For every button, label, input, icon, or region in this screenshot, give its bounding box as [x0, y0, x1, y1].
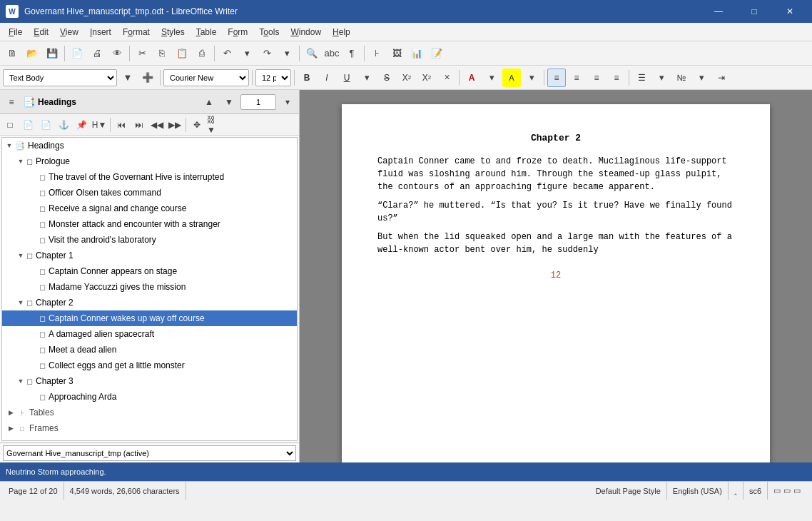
font-selector[interactable]: Courier New Arial Times New Roman — [163, 69, 249, 86]
bold-button[interactable]: B — [298, 69, 316, 87]
nav-counter-input[interactable] — [240, 94, 276, 110]
menu-edit[interactable]: Edit — [28, 26, 54, 39]
align-justify-button[interactable]: ≡ — [607, 69, 626, 87]
menu-form[interactable]: Form — [222, 26, 253, 39]
maximize-button[interactable]: □ — [738, 0, 771, 23]
doc-select-dropdown[interactable]: Governant Hive_manuscript_tmp (active) — [3, 445, 296, 461]
style-list-button[interactable]: ▼ — [118, 69, 137, 87]
cut-button[interactable]: ✂ — [133, 44, 151, 63]
tree-item-2[interactable]: ◻ Officer Olsen takes command — [2, 185, 297, 201]
undo-drop-button[interactable]: ▾ — [238, 44, 256, 63]
cat-frames[interactable]: ▶ □ Frames — [2, 420, 297, 436]
underline-button[interactable]: U — [338, 69, 356, 87]
formatting-marks-button[interactable]: ¶ — [342, 44, 361, 63]
clear-formatting-button[interactable]: ⨯ — [437, 69, 456, 87]
menu-window[interactable]: Window — [285, 26, 327, 39]
align-center-button[interactable]: ≡ — [567, 69, 586, 87]
ch1-expander[interactable]: ▼ — [15, 250, 26, 261]
tree-item-4[interactable]: ◻ Monster attack and encounter with a st… — [2, 216, 297, 232]
redo-drop-button[interactable]: ▾ — [278, 44, 296, 63]
menu-styles[interactable]: Styles — [156, 26, 191, 39]
tree-headings-root[interactable]: ▼ 📑 Headings — [2, 138, 297, 153]
print-preview-button[interactable]: 👁 — [108, 44, 126, 63]
subscript-button[interactable]: X2 — [417, 69, 436, 87]
bullets-button[interactable]: ☰ — [632, 69, 651, 87]
minimize-button[interactable]: — — [702, 0, 735, 23]
nav-next-button[interactable]: ⏭ — [131, 116, 148, 133]
frames-expander[interactable]: ▶ — [5, 423, 16, 434]
indent-more-button[interactable]: ⇥ — [712, 69, 731, 87]
print-button[interactable]: 🖨 — [88, 44, 106, 63]
paste-button[interactable]: 📋 — [173, 44, 191, 63]
fontsize-selector[interactable]: 12 pt 10 pt 14 pt — [255, 69, 291, 86]
export-pdf-button[interactable]: 📄 — [68, 44, 86, 63]
clone-button[interactable]: ⎙ — [193, 44, 211, 63]
tables-expander[interactable]: ▶ — [5, 407, 16, 418]
tree-item-10[interactable]: ◻ Meet a dead alien — [2, 342, 297, 358]
tree-item-6[interactable]: ◻ Captain Conner appears on stage — [2, 263, 297, 279]
close-button[interactable]: ✕ — [773, 0, 806, 23]
tree-item-1[interactable]: ◻ The travel of the Governant Hive is in… — [2, 169, 297, 185]
nav-up-button[interactable]: ▲ — [201, 93, 218, 111]
numbering-drop[interactable]: ▾ — [692, 69, 711, 87]
insert-image-button[interactable]: 🖼 — [387, 44, 406, 63]
open-button[interactable]: 📂 — [23, 44, 41, 63]
nav-toggle-button[interactable]: ≡ — [3, 93, 20, 111]
ch3-expander[interactable]: ▼ — [15, 375, 26, 387]
nav-next2-button[interactable]: ▶▶ — [166, 116, 183, 133]
tree-item-8[interactable]: ◻ Captain Conner wakes up way off course — [2, 310, 297, 326]
menu-file[interactable]: File — [3, 26, 28, 39]
superscript-button[interactable]: X2 — [397, 69, 416, 87]
highlight-button[interactable]: A — [502, 69, 521, 87]
nav-chain-link[interactable]: ⛓▼ — [206, 116, 223, 133]
images-expander[interactable]: ▶ — [5, 438, 16, 441]
prologue-expander[interactable]: ▼ — [15, 156, 26, 167]
insert-field-button[interactable]: 📝 — [427, 44, 446, 63]
redo-button[interactable]: ↷ — [258, 44, 276, 63]
find-button[interactable]: 🔍 — [303, 44, 321, 63]
nav-prev-button[interactable]: ⏮ — [113, 116, 130, 133]
navigator-tree[interactable]: ▼ 📑 Headings ▼ ◻ Prologue ◻ The travel o… — [1, 137, 298, 441]
nav-prev2-button[interactable]: ◀◀ — [148, 116, 166, 133]
bullets-drop[interactable]: ▾ — [652, 69, 671, 87]
align-left-button[interactable]: ≡ — [547, 69, 566, 87]
nav-reminder[interactable]: 📌 — [73, 116, 90, 133]
zoom-in-icon[interactable]: ▭ — [793, 486, 801, 495]
menu-view[interactable]: View — [54, 26, 84, 39]
undo-button[interactable]: ↶ — [218, 44, 236, 63]
spellcheck-button[interactable]: abc — [323, 44, 341, 63]
headings-expander[interactable]: ▼ — [4, 140, 15, 151]
italic-button[interactable]: I — [318, 69, 336, 87]
tree-chapter1[interactable]: ▼ ◻ Chapter 1 — [2, 248, 297, 263]
nav-counter-spin-up[interactable]: ▾ — [279, 93, 296, 111]
tree-prologue[interactable]: ▼ ◻ Prologue — [2, 153, 297, 169]
nav-anchor[interactable]: ⚓ — [55, 116, 72, 133]
menu-format[interactable]: Format — [117, 26, 156, 39]
nav-toggle-outline[interactable]: □ — [1, 116, 19, 133]
new-style-button[interactable]: ➕ — [138, 69, 157, 87]
cat-images[interactable]: ▶ 🖼 Images — [2, 436, 297, 441]
menu-tools[interactable]: Tools — [253, 26, 285, 39]
nav-insert-heading[interactable]: 📄 — [19, 116, 36, 133]
nav-drag-mode[interactable]: ✥ — [188, 116, 205, 133]
ch2-expander[interactable]: ▼ — [15, 297, 26, 308]
font-color-drop[interactable]: ▾ — [482, 69, 501, 87]
menu-insert[interactable]: Insert — [84, 26, 117, 39]
save-button[interactable]: 💾 — [43, 44, 61, 63]
nav-heading-icon[interactable]: H▼ — [91, 116, 108, 133]
nav-insert-section[interactable]: 📄 — [37, 116, 54, 133]
tree-item-7[interactable]: ◻ Madame Yaccuzzi gives the mission — [2, 279, 297, 295]
copy-button[interactable]: ⎘ — [153, 44, 171, 63]
menu-table[interactable]: Table — [191, 26, 223, 39]
font-color-button[interactable]: A — [462, 69, 481, 87]
nav-down-button[interactable]: ▼ — [220, 93, 238, 111]
tree-chapter3[interactable]: ▼ ◻ Chapter 3 — [2, 373, 297, 389]
tree-chapter2[interactable]: ▼ ◻ Chapter 2 — [2, 295, 297, 310]
document-selector[interactable]: Governant Hive_manuscript_tmp (active) — [0, 442, 299, 462]
insert-chart-button[interactable]: 📊 — [407, 44, 426, 63]
menu-help[interactable]: Help — [327, 26, 356, 39]
numbering-button[interactable]: № — [672, 69, 691, 87]
style-selector[interactable]: Text Body Heading 1 Heading 2 Default Pa… — [3, 69, 117, 86]
status-zoom-controls[interactable]: ▭ ▭ ▭ — [768, 482, 806, 500]
highlight-drop[interactable]: ▾ — [522, 69, 541, 87]
